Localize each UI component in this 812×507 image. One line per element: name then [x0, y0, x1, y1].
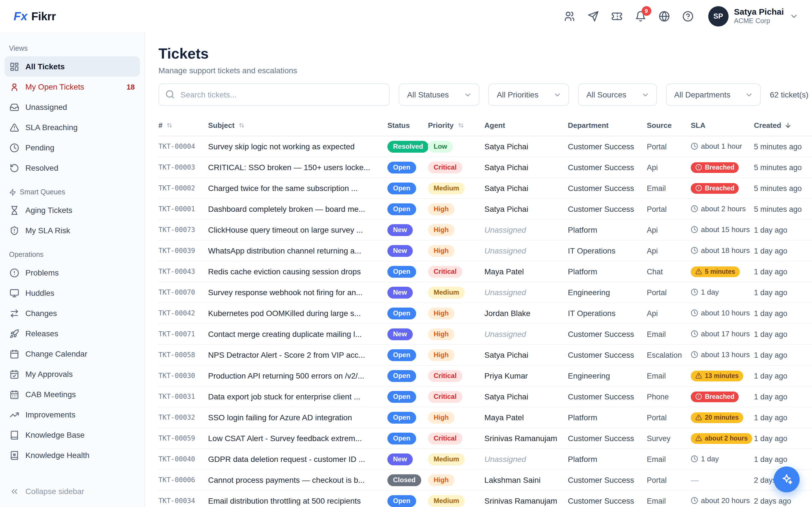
sidebar-item-label: Aging Tickets [26, 206, 72, 215]
sidebar-item-releases[interactable]: Releases [4, 323, 140, 344]
filter-dropdown-all-sources[interactable]: All Sources [578, 83, 657, 106]
sidebar-item-change-calendar[interactable]: Change Calendar [4, 344, 140, 364]
ticket-row-tkt-00039[interactable]: TKT-00039WhatsApp distribution channel r… [158, 240, 812, 262]
column-header-created[interactable]: Created [754, 121, 812, 129]
ticket-status: Open [388, 161, 428, 173]
ticket-subject[interactable]: Production API returning 500 errors on /… [208, 371, 388, 380]
filter-dropdown-all-statuses[interactable]: All Statuses [399, 83, 479, 106]
priority-badge: Critical [428, 370, 462, 382]
sidebar-item-label: Resolved [26, 163, 58, 172]
sidebar-item-changes[interactable]: Changes [4, 303, 140, 323]
column-header-priority[interactable]: Priority [428, 121, 485, 129]
help-circle-icon [682, 10, 693, 22]
ticket-subject[interactable]: Cannot process payments — checkout is b.… [208, 475, 388, 485]
sparkles-icon [780, 473, 793, 486]
ticket-row-tkt-00004[interactable]: TKT-00004Survey skip logic not working a… [158, 136, 812, 157]
ticket-subject[interactable]: Kubernetes pod OOMKilled during large s.… [208, 309, 388, 318]
ticket-subject[interactable]: WhatsApp distribution channel returning … [208, 246, 388, 255]
sort-icon[interactable] [166, 122, 173, 129]
sidebar-item-pending[interactable]: Pending [4, 137, 140, 158]
ai-assistant-button[interactable] [774, 466, 800, 492]
ticket-row-tkt-00058[interactable]: TKT-00058NPS Detractor Alert - Score 2 f… [158, 345, 812, 365]
arrow-up-down-icon [238, 122, 245, 129]
ticket-row-tkt-00040[interactable]: TKT-00040GDPR data deletion request - cu… [158, 449, 812, 470]
ticket-subject[interactable]: Contact merge creating duplicate mailing… [208, 330, 388, 339]
ticket-row-tkt-00059[interactable]: TKT-00059Low CSAT Alert - Survey feedbac… [158, 428, 812, 449]
sidebar-item-unassigned[interactable]: Unassigned [4, 97, 140, 117]
ticket-row-tkt-00043[interactable]: TKT-00043Redis cache eviction causing se… [158, 262, 812, 282]
sidebar-item-my-sla-risk[interactable]: My SLA Risk [4, 220, 140, 240]
sort-desc-icon[interactable] [784, 122, 792, 129]
column-header-sla[interactable]: SLA [691, 121, 754, 129]
ticket-row-tkt-00034[interactable]: TKT-00034Email distribution throttling a… [158, 491, 812, 507]
filter-dropdown-all-priorities[interactable]: All Priorities [488, 83, 569, 106]
ticket-row-tkt-00001[interactable]: TKT-00001Dashboard completely broken — b… [158, 199, 812, 220]
ticket-subject[interactable]: SSO login failing for Azure AD integrati… [208, 413, 388, 422]
ticket-subject[interactable]: Survey response webhook not firing for a… [208, 288, 388, 297]
ticket-subject[interactable]: Survey skip logic not working as expecte… [208, 142, 388, 151]
ticket-subject[interactable]: Redis cache eviction causing session dro… [208, 267, 388, 276]
ticket-subject[interactable]: Data export job stuck for enterprise cli… [208, 392, 388, 401]
ticket-row-tkt-00003[interactable]: TKT-00003CRITICAL: SSO broken — 150+ use… [158, 157, 812, 178]
search-box[interactable] [158, 83, 390, 106]
ticket-id: TKT-00058 [158, 351, 208, 359]
ticket-subject[interactable]: CRITICAL: SSO broken — 150+ users locke.… [208, 163, 388, 172]
ticket-agent: Satya Pichai [485, 163, 568, 172]
filter-dropdown-all-departments[interactable]: All Departments [666, 83, 761, 106]
sidebar-item-huddles[interactable]: Huddles [4, 283, 140, 303]
ticket-subject[interactable]: Email distribution throttling at 500 rec… [208, 496, 388, 505]
user-menu[interactable]: SP Satya Pichai ACME Corp [708, 6, 799, 26]
ticket-subject[interactable]: Charged twice for the same subscription … [208, 184, 388, 193]
column-header-subject[interactable]: Subject [208, 121, 388, 129]
sidebar-item-sla-breaching[interactable]: SLA Breaching [4, 117, 140, 137]
send-icon[interactable] [587, 10, 599, 22]
logo[interactable]: Fx Fikrr [13, 9, 56, 23]
sort-icon[interactable] [457, 122, 464, 129]
status-badge: Open [388, 161, 416, 173]
chevron-down-icon [553, 91, 562, 99]
ticket-department: Customer Success [568, 350, 647, 359]
ticket-row-tkt-00002[interactable]: TKT-00002Charged twice for the same subs… [158, 178, 812, 199]
ticket-row-tkt-00031[interactable]: TKT-00031Data export job stuck for enter… [158, 386, 812, 407]
ticket-row-tkt-00073[interactable]: TKT-00073ClickHouse query timeout on lar… [158, 220, 812, 240]
sort-icon[interactable] [238, 122, 245, 129]
ticket-row-tkt-00030[interactable]: TKT-00030Production API returning 500 er… [158, 365, 812, 386]
sidebar-item-all-tickets[interactable]: All Tickets [4, 56, 140, 76]
sidebar-item-my-open-tickets[interactable]: My Open Tickets18 [4, 76, 140, 97]
ticket-row-tkt-00071[interactable]: TKT-00071Contact merge creating duplicat… [158, 324, 812, 345]
ticket-status: Open [388, 432, 428, 444]
ticket-subject[interactable]: Low CSAT Alert - Survey feedback extrem.… [208, 434, 388, 443]
column-header-source[interactable]: Source [647, 121, 691, 129]
users-icon[interactable] [564, 10, 575, 22]
column-header-agent[interactable]: Agent [485, 121, 568, 129]
help-circle-icon[interactable] [682, 10, 693, 22]
ticket-subject[interactable]: ClickHouse query timeout on large survey… [208, 225, 388, 234]
sidebar-item-my-approvals[interactable]: My Approvals [4, 364, 140, 384]
sidebar-item-knowledge-health[interactable]: Knowledge Health [4, 445, 140, 465]
column-header-[interactable]: # [158, 121, 208, 129]
collapse-sidebar-button[interactable]: Collapse sidebar [4, 481, 140, 501]
sidebar-item-problems[interactable]: Problems [4, 263, 140, 283]
ticket-subject[interactable]: Dashboard completely broken — board me..… [208, 205, 388, 214]
ticket-row-tkt-00006[interactable]: TKT-00006Cannot process payments — check… [158, 470, 812, 491]
bell-icon[interactable]: 9 [635, 10, 646, 22]
ticket-sla: about 20 hours [691, 496, 754, 506]
status-badge: New [388, 245, 412, 257]
globe-icon[interactable] [658, 10, 670, 22]
sidebar-item-resolved[interactable]: Resolved [4, 158, 140, 178]
ticket-source: Api [647, 226, 691, 234]
sidebar-item-label: My Approvals [26, 370, 73, 379]
ticket-subject[interactable]: GDPR data deletion request - customer ID… [208, 455, 388, 464]
sidebar-item-cab-meetings[interactable]: CAB Meetings [4, 384, 140, 404]
ticket-subject[interactable]: NPS Detractor Alert - Score 2 from VIP a… [208, 350, 388, 359]
ticket-icon[interactable] [611, 10, 622, 22]
ticket-row-tkt-00070[interactable]: TKT-00070Survey response webhook not fir… [158, 282, 812, 303]
sidebar-item-aging-tickets[interactable]: Aging Tickets [4, 200, 140, 220]
search-input[interactable] [158, 83, 390, 106]
ticket-row-tkt-00032[interactable]: TKT-00032SSO login failing for Azure AD … [158, 407, 812, 428]
sidebar-item-knowledge-base[interactable]: Knowledge Base [4, 425, 140, 445]
column-header-status[interactable]: Status [388, 121, 428, 129]
column-header-department[interactable]: Department [568, 121, 647, 129]
sidebar-item-improvements[interactable]: Improvements [4, 404, 140, 425]
ticket-row-tkt-00042[interactable]: TKT-00042Kubernetes pod OOMKilled during… [158, 303, 812, 324]
